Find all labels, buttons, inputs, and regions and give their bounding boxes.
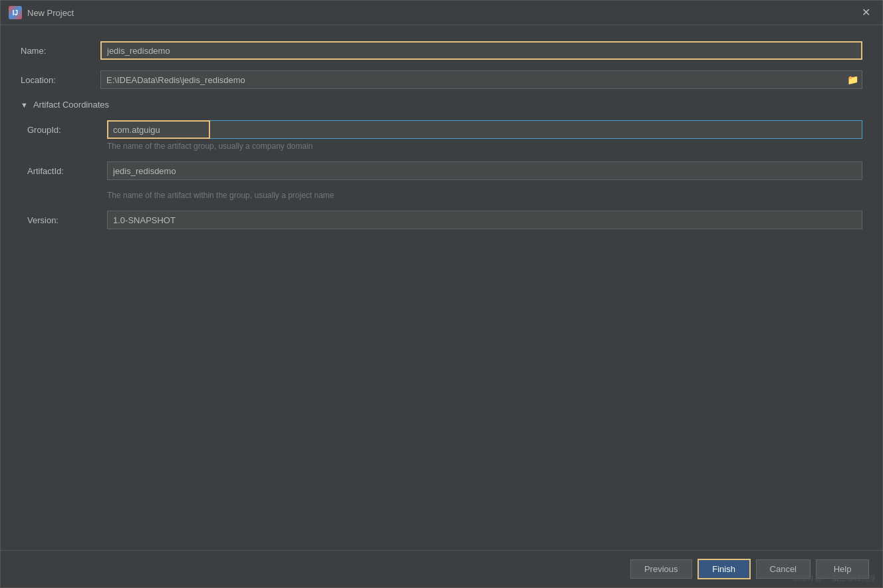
watermark: CSDN @ 一瓢江湖我沉浮	[793, 573, 876, 583]
location-input-wrapper: 📁	[100, 70, 862, 89]
name-input[interactable]	[100, 41, 862, 60]
dialog-footer: Previous Finish Cancel Help	[1, 550, 882, 587]
location-label: Location:	[21, 75, 100, 85]
title-bar: IJ New Project ✕	[1, 1, 882, 25]
version-label: Version:	[27, 215, 107, 225]
artifact-section-title: Artifact Coordinates	[33, 100, 109, 110]
artifactid-input[interactable]	[107, 161, 862, 180]
groupid-input-container	[107, 120, 862, 139]
title-bar-left: IJ New Project	[9, 6, 74, 19]
app-icon: IJ	[9, 6, 22, 19]
groupid-hint: The name of the artifact group, usually …	[107, 142, 862, 151]
artifact-section-header: ▼ Artifact Coordinates	[21, 100, 862, 110]
version-row: Version:	[27, 211, 862, 229]
artifactid-hint: The name of the artifact within the grou…	[107, 191, 862, 200]
close-button[interactable]: ✕	[858, 6, 874, 19]
previous-button[interactable]: Previous	[630, 559, 692, 579]
dialog-content: Name: Location: 📁 ▼ Artifact Coordinates…	[1, 25, 882, 550]
groupid-label: GroupId:	[27, 125, 107, 135]
artifactid-row: ArtifactId:	[27, 161, 862, 180]
finish-button[interactable]: Finish	[697, 559, 751, 579]
artifactid-label: ArtifactId:	[27, 166, 107, 176]
groupid-input[interactable]	[107, 120, 862, 139]
groupid-row: GroupId:	[27, 120, 862, 139]
folder-icon: 📁	[847, 74, 858, 85]
chevron-icon[interactable]: ▼	[21, 101, 28, 109]
name-label: Name:	[21, 46, 100, 56]
artifact-section-content: GroupId: The name of the artifact group,…	[21, 120, 862, 229]
name-row: Name:	[21, 41, 862, 60]
location-row: Location: 📁	[21, 70, 862, 89]
version-input[interactable]	[107, 211, 862, 229]
new-project-dialog: IJ New Project ✕ Name: Location: 📁 ▼ Art…	[0, 0, 883, 588]
dialog-title: New Project	[27, 8, 74, 18]
location-input[interactable]	[100, 70, 862, 89]
